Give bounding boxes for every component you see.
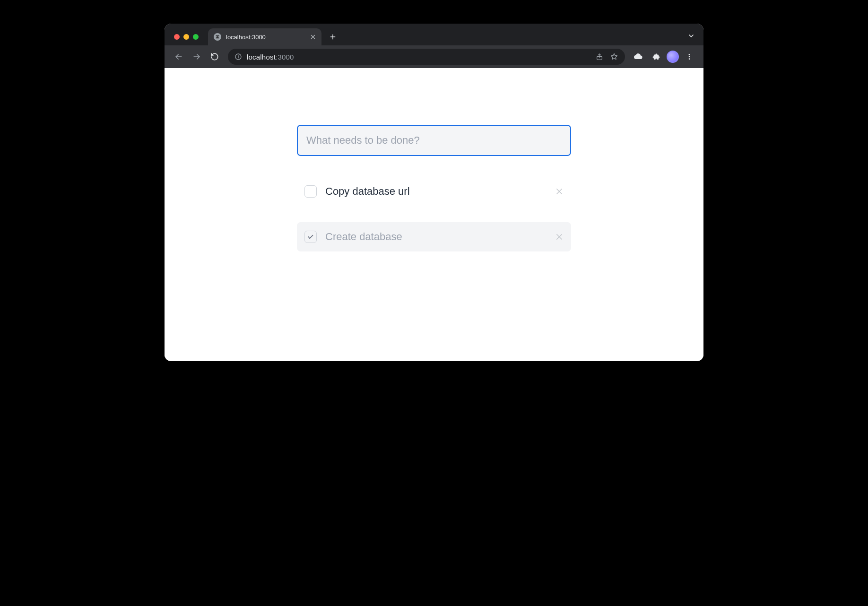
nav-back-button[interactable] [171,49,186,64]
profile-avatar[interactable] [667,51,679,63]
new-todo-input[interactable] [297,125,571,156]
window-zoom-button[interactable] [193,34,199,40]
window-controls [169,34,203,45]
window-minimize-button[interactable] [183,34,189,40]
todo-item: Create database [297,222,571,251]
todo-checkbox[interactable] [304,231,317,243]
nav-reload-button[interactable] [207,49,222,64]
address-bar[interactable]: localhost:3000 [228,49,625,65]
todo-label: Create database [325,231,547,243]
browser-window: localhost:3000 localhost:3000 [165,24,703,361]
svg-point-2 [689,54,690,55]
bookmark-star-icon[interactable] [610,52,618,61]
todo-delete-button[interactable] [555,187,564,196]
window-close-button[interactable] [174,34,180,40]
svg-point-4 [689,58,690,60]
browser-menu-button[interactable] [682,49,697,64]
tab-bar: localhost:3000 [165,24,703,45]
share-icon[interactable] [596,53,603,61]
tab-favicon-icon [214,33,221,41]
browser-tab[interactable]: localhost:3000 [208,28,321,45]
browser-toolbar: localhost:3000 [165,45,703,68]
address-url: localhost:3000 [247,53,294,61]
todo-label: Copy database url [325,185,547,198]
tab-title: localhost:3000 [226,34,266,41]
todo-delete-button[interactable] [555,233,564,241]
page-viewport: Copy database url Create database [165,68,703,361]
new-tab-button[interactable] [326,30,339,43]
todo-checkbox[interactable] [304,185,317,198]
tabs-overflow-button[interactable] [687,32,695,40]
nav-forward-button[interactable] [189,49,204,64]
extension-cloud-icon[interactable] [631,49,646,64]
site-info-icon[interactable] [234,53,242,61]
todo-app: Copy database url Create database [297,125,571,323]
todo-list: Copy database url Create database [297,177,571,251]
url-port: :3000 [276,53,294,61]
extensions-puzzle-icon[interactable] [649,49,664,64]
svg-point-3 [689,56,690,58]
todo-item: Copy database url [297,177,571,206]
url-host: localhost [247,53,276,61]
tab-close-button[interactable] [310,34,316,40]
